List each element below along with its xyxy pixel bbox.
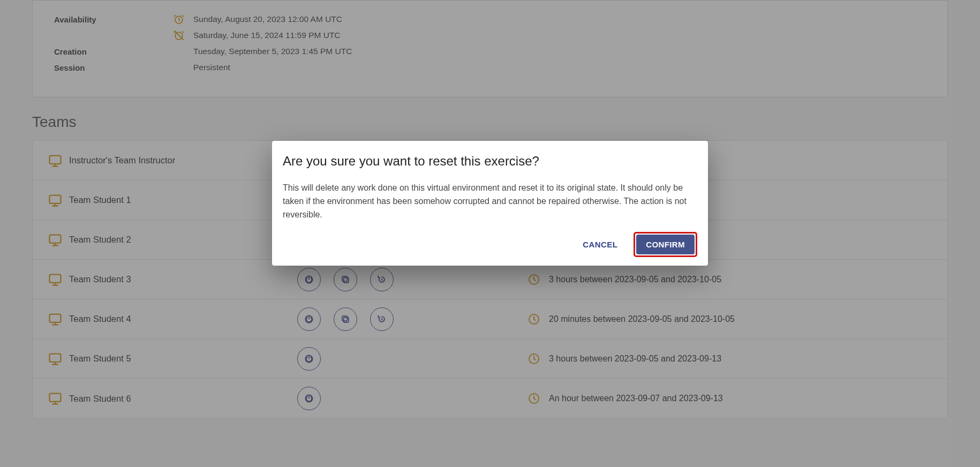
cancel-button[interactable]: CANCEL (578, 235, 622, 254)
dialog-title: Are you sure you want to reset this exer… (283, 154, 697, 169)
confirm-highlight: CONFIRM (634, 232, 697, 257)
modal-overlay: Are you sure you want to reset this exer… (0, 0, 980, 467)
confirm-button[interactable]: CONFIRM (636, 235, 695, 254)
reset-dialog: Are you sure you want to reset this exer… (272, 141, 708, 266)
dialog-body: This will delete any work done on this v… (283, 182, 697, 221)
